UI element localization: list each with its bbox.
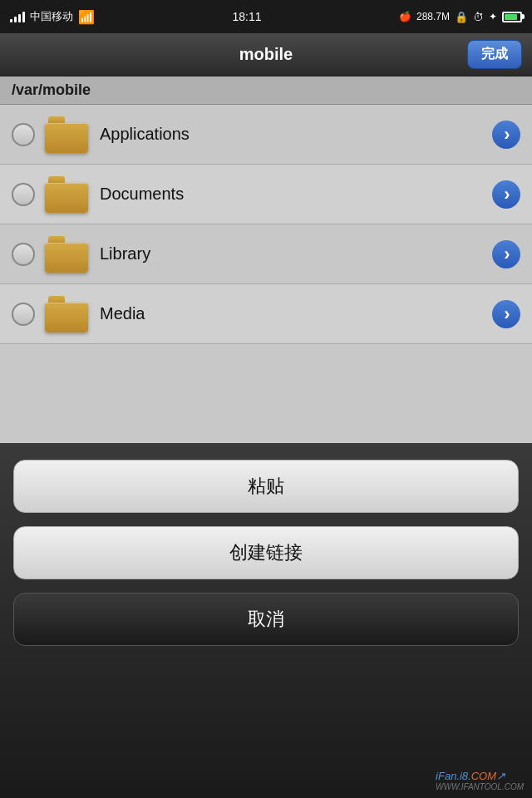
watermark: iFan.i8.COM↗ WWW.IFANTOOL.COM bbox=[436, 770, 524, 791]
page-title: mobile bbox=[239, 45, 293, 64]
status-left: 中国移动 📶 bbox=[10, 9, 95, 25]
list-item: Documents bbox=[0, 165, 532, 224]
action-sheet: 粘贴 创建链接 取消 bbox=[0, 443, 532, 798]
carrier-label: 中国移动 bbox=[30, 9, 73, 24]
file-name-documents: Documents bbox=[100, 185, 492, 204]
radio-documents[interactable] bbox=[12, 183, 35, 206]
watermark-arrow: ↗ bbox=[496, 770, 505, 782]
paste-button[interactable]: 粘贴 bbox=[13, 460, 519, 513]
radio-applications[interactable] bbox=[12, 123, 35, 146]
list-item: Library bbox=[0, 224, 532, 284]
folder-icon bbox=[45, 116, 88, 153]
memory-label: 288.7M bbox=[416, 11, 450, 22]
list-item: Applications bbox=[0, 105, 532, 165]
radio-library[interactable] bbox=[12, 243, 35, 266]
chevron-media[interactable] bbox=[492, 300, 520, 328]
bluetooth-icon: ✦ bbox=[489, 11, 497, 22]
main-content: mobile 完成 /var/mobile Applications Docum… bbox=[0, 33, 532, 798]
folder-body bbox=[45, 183, 88, 213]
file-list: Applications Documents Library bbox=[0, 105, 532, 443]
apple-icon: 🍎 bbox=[399, 11, 411, 22]
file-name-library: Library bbox=[100, 244, 492, 264]
battery-icon bbox=[502, 12, 522, 22]
folder-body bbox=[45, 123, 88, 153]
path-label: /var/mobile bbox=[12, 81, 91, 98]
lock-icon: 🔒 bbox=[455, 11, 468, 23]
signal-bars bbox=[10, 11, 25, 22]
create-link-button[interactable]: 创建链接 bbox=[13, 526, 519, 579]
watermark-text: iFan.i8.COM↗ bbox=[436, 770, 524, 782]
status-bar: 中国移动 📶 18:11 🍎 288.7M 🔒 ⏱ ✦ bbox=[0, 0, 532, 33]
folder-icon bbox=[45, 176, 88, 213]
watermark-ifan: iFan.i8. bbox=[436, 770, 471, 782]
list-item: Media bbox=[0, 284, 532, 344]
folder-body bbox=[45, 243, 88, 273]
file-name-applications: Applications bbox=[100, 125, 492, 144]
radio-media[interactable] bbox=[12, 303, 35, 326]
chevron-library[interactable] bbox=[492, 240, 520, 268]
status-time: 18:11 bbox=[232, 10, 261, 23]
watermark-subtext: WWW.IFANTOOL.COM bbox=[436, 782, 524, 791]
status-right: 🍎 288.7M 🔒 ⏱ ✦ bbox=[399, 11, 522, 23]
folder-body bbox=[45, 303, 88, 332]
folder-icon bbox=[45, 296, 88, 332]
nav-bar: mobile 完成 bbox=[0, 33, 532, 76]
folder-icon bbox=[45, 236, 88, 273]
watermark-com: COM bbox=[471, 770, 496, 782]
signal-bar-2 bbox=[14, 17, 17, 22]
clock-icon: ⏱ bbox=[473, 11, 484, 23]
signal-bar-4 bbox=[22, 12, 25, 22]
file-name-media: Media bbox=[100, 304, 492, 323]
chevron-documents[interactable] bbox=[492, 180, 520, 209]
battery-fill bbox=[505, 14, 517, 20]
wifi-icon: 📶 bbox=[78, 9, 95, 25]
cancel-button[interactable]: 取消 bbox=[13, 593, 519, 646]
signal-bar-3 bbox=[18, 14, 21, 22]
chevron-applications[interactable] bbox=[492, 121, 520, 149]
signal-bar-1 bbox=[10, 19, 12, 22]
done-button[interactable]: 完成 bbox=[467, 40, 522, 69]
path-bar: /var/mobile bbox=[0, 76, 532, 105]
